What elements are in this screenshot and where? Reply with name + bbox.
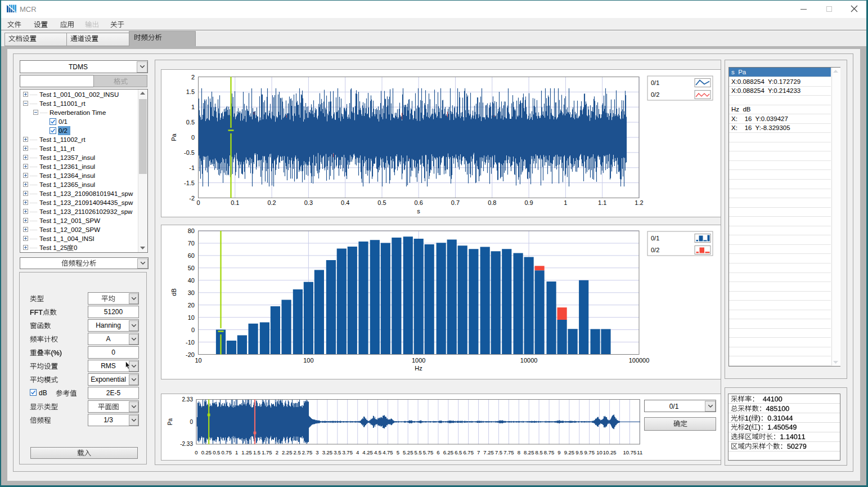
svg-text:9.25: 9.25	[564, 449, 575, 455]
svg-text:60: 60	[188, 252, 195, 259]
svg-text:Hz: Hz	[415, 365, 422, 372]
svg-text:0.75: 0.75	[221, 449, 232, 455]
svg-text:3.5: 3.5	[334, 449, 341, 455]
svg-text:30: 30	[188, 289, 195, 296]
svg-text:50: 50	[188, 265, 195, 271]
svg-text:0/2: 0/2	[651, 91, 659, 98]
svg-text:0/1: 0/1	[651, 235, 659, 242]
svg-text:0.7: 0.7	[451, 199, 460, 206]
svg-text:5.75: 5.75	[423, 449, 434, 455]
svg-text:1.75: 1.75	[262, 449, 272, 455]
svg-text:1: 1	[191, 104, 195, 110]
svg-text:0/1: 0/1	[651, 79, 659, 86]
svg-text:1.1: 1.1	[598, 199, 606, 206]
svg-text:70: 70	[188, 240, 195, 247]
svg-text:dB: dB	[170, 288, 177, 296]
svg-text:1: 1	[564, 199, 567, 206]
svg-text:2.5: 2.5	[294, 449, 301, 455]
svg-text:2.75: 2.75	[302, 449, 313, 455]
svg-text:0: 0	[196, 199, 200, 206]
svg-text:10: 10	[188, 314, 195, 321]
svg-text:-1.5: -1.5	[184, 180, 195, 186]
svg-text:1: 1	[235, 449, 238, 455]
svg-text:-20: -20	[186, 351, 195, 358]
svg-text:7: 7	[477, 449, 480, 455]
svg-text:8.75: 8.75	[544, 449, 555, 455]
svg-text:3.75: 3.75	[342, 449, 353, 455]
svg-text:3: 3	[316, 449, 318, 455]
svg-text:Pa: Pa	[167, 418, 173, 425]
svg-text:0.25: 0.25	[201, 449, 212, 455]
svg-text:0: 0	[191, 134, 195, 141]
svg-text:2: 2	[191, 74, 195, 81]
svg-text:7.75: 7.75	[503, 449, 514, 455]
svg-text:2.25: 2.25	[282, 449, 293, 455]
svg-text:-2: -2	[189, 195, 195, 202]
svg-text:3.25: 3.25	[322, 449, 333, 455]
svg-text:0.5: 0.5	[213, 449, 220, 455]
svg-text:8: 8	[518, 449, 520, 455]
svg-text:0.2: 0.2	[267, 199, 276, 206]
svg-text:9: 9	[557, 449, 560, 455]
svg-text:5.5: 5.5	[414, 449, 421, 455]
svg-text:s: s	[417, 208, 420, 215]
svg-text:10.25: 10.25	[603, 449, 617, 455]
svg-text:100: 100	[303, 357, 313, 364]
svg-text:0.4: 0.4	[341, 199, 349, 206]
svg-text:2: 2	[276, 449, 278, 455]
svg-text:2.33: 2.33	[182, 396, 194, 403]
svg-text:1.2: 1.2	[635, 199, 643, 206]
svg-text:6.5: 6.5	[455, 449, 462, 455]
svg-text:0.8: 0.8	[488, 199, 496, 206]
svg-text:0.9: 0.9	[524, 199, 533, 206]
svg-text:6.75: 6.75	[463, 449, 474, 455]
svg-text:7.25: 7.25	[483, 449, 494, 455]
svg-text:11: 11	[637, 449, 642, 455]
svg-text:1.5: 1.5	[253, 449, 260, 455]
svg-text:-0.5: -0.5	[184, 149, 195, 156]
svg-text:0/2: 0/2	[651, 247, 659, 253]
svg-text:8.25: 8.25	[524, 449, 534, 455]
svg-text:-2.33: -2.33	[180, 441, 193, 447]
svg-text:4: 4	[356, 449, 359, 455]
svg-text:9.5: 9.5	[575, 449, 583, 455]
svg-text:9.75: 9.75	[584, 449, 595, 455]
svg-text:5: 5	[397, 449, 399, 455]
svg-text:1.25: 1.25	[241, 449, 252, 455]
svg-text:0.5: 0.5	[186, 119, 195, 126]
svg-text:0: 0	[191, 327, 195, 333]
svg-text:5.25: 5.25	[403, 449, 413, 455]
svg-text:1000: 1000	[412, 357, 425, 364]
svg-text:0.3: 0.3	[304, 199, 313, 206]
svg-text:1.5: 1.5	[186, 88, 195, 95]
svg-text:4.25: 4.25	[362, 449, 373, 455]
svg-text:6.25: 6.25	[443, 449, 454, 455]
svg-text:4.75: 4.75	[383, 449, 393, 455]
svg-text:-1: -1	[189, 164, 195, 171]
svg-text:80: 80	[188, 227, 195, 234]
svg-text:0.1: 0.1	[231, 199, 239, 206]
svg-text:6: 6	[437, 449, 439, 455]
svg-text:10: 10	[596, 449, 602, 455]
svg-text:-10: -10	[186, 339, 195, 346]
svg-text:0.5: 0.5	[377, 199, 386, 206]
svg-text:Pa: Pa	[170, 133, 177, 141]
svg-text:40: 40	[188, 277, 195, 284]
svg-text:10.75: 10.75	[623, 449, 637, 455]
svg-text:0: 0	[195, 449, 197, 455]
svg-text:0: 0	[190, 419, 193, 425]
svg-text:100000: 100000	[629, 357, 650, 364]
svg-text:8.5: 8.5	[535, 449, 542, 455]
svg-text:20: 20	[188, 302, 195, 309]
svg-text:7.5: 7.5	[495, 449, 502, 455]
svg-text:10000: 10000	[520, 357, 538, 364]
svg-text:0.6: 0.6	[415, 199, 423, 206]
svg-text:4.5: 4.5	[374, 449, 381, 455]
svg-text:10: 10	[195, 357, 201, 364]
